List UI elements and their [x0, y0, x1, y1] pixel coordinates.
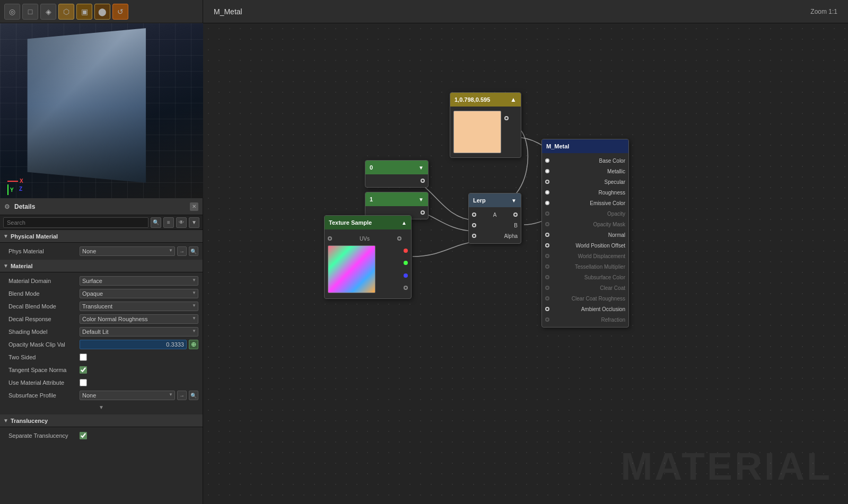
toolbar-btn-7[interactable]: ↺ [112, 4, 128, 20]
refraction-pin[interactable] [545, 317, 549, 322]
material-section-content: Material Domain Surface Deferred Decal L… [0, 272, 203, 414]
list-view-button[interactable]: ≡ [163, 217, 174, 228]
blend-mode-row: Blend Mode Opaque Masked Translucent Add… [0, 287, 203, 300]
search-button[interactable]: 🔍 [151, 217, 161, 228]
phys-material-value: None → 🔍 [80, 246, 198, 256]
opacity-mask-value: ⊕ [80, 340, 198, 349]
opacity-mask-row: Opacity Mask Clip Val ⊕ [0, 338, 203, 351]
world-position-pin[interactable] [545, 243, 549, 247]
opacity-pin[interactable] [545, 211, 549, 216]
toolbar-btn-5[interactable]: ▣ [76, 4, 92, 20]
world-position-row: World Position Offset [542, 240, 628, 251]
texture-uv-in-pin[interactable] [328, 236, 332, 241]
use-material-attr-checkbox[interactable] [80, 379, 87, 386]
ambient-occlusion-row: Ambient Occlusion [542, 304, 628, 314]
decal-response-row: Decal Response Color Normal Roughness No… [0, 313, 203, 325]
phys-material-arrow-btn[interactable]: → [177, 246, 187, 256]
material-domain-select[interactable]: Surface Deferred Decal Light Function Po… [80, 276, 198, 286]
lerp-b-pin[interactable] [472, 223, 476, 227]
shading-model-select[interactable]: Default Lit Unlit Subsurface Preintegrat… [80, 327, 198, 337]
two-sided-checkbox[interactable] [80, 353, 87, 361]
toolbar-btn-4[interactable]: ⬡ [58, 4, 74, 20]
subsurface-profile-select[interactable]: None [80, 391, 175, 400]
separate-translucency-value [80, 432, 198, 439]
texture-preview[interactable] [328, 245, 375, 293]
physical-material-section-header[interactable]: ▼ Physical Material [0, 230, 203, 243]
node-canvas[interactable]: 1,0.798,0.595 ▲ 0 ▼ [203, 23, 848, 504]
translucency-section-header[interactable]: ▼ Translucency [0, 414, 203, 427]
clear-coat-label: Clear Coat [600, 285, 625, 291]
search-input[interactable] [3, 217, 148, 228]
subsection-expand[interactable]: ▼ [0, 402, 203, 412]
translucency-section-arrow: ▼ [3, 418, 8, 423]
lerp-output-pin[interactable] [513, 213, 518, 217]
tangent-space-checkbox[interactable] [80, 366, 87, 374]
base-color-label: Base Color [599, 158, 625, 164]
phys-material-label: Phys Material [8, 248, 77, 254]
emissive-pin[interactable] [545, 201, 549, 205]
phys-material-select[interactable]: None [80, 246, 175, 256]
subsurface-color-pin[interactable] [545, 275, 549, 279]
node-editor-title: M_Metal [214, 7, 242, 16]
toolbar-btn-3[interactable]: ◈ [40, 4, 56, 20]
lerp-alpha-pin[interactable] [472, 234, 476, 238]
clear-coat-pin[interactable] [545, 286, 549, 290]
decal-blend-mode-select[interactable]: Translucent Stain Normal Emissive [80, 302, 198, 311]
emissive-row: Emissive Color [542, 198, 628, 208]
texture-rgb-pin[interactable] [404, 249, 408, 253]
color-constant-node[interactable]: 1,0.798,0.595 ▲ [450, 92, 521, 158]
texture-uv-out-pin[interactable] [397, 236, 401, 241]
value-0-output-pin[interactable] [421, 179, 425, 183]
lerp-a-pin[interactable] [472, 213, 476, 217]
decal-response-select[interactable]: Color Normal Roughness None Color Color … [80, 314, 198, 324]
value-1-output-pin[interactable] [421, 210, 425, 215]
separate-translucency-checkbox[interactable] [80, 432, 87, 439]
base-color-pin[interactable] [545, 158, 549, 163]
tangent-space-value [80, 366, 198, 374]
lerp-alpha-row: Alpha [469, 231, 521, 241]
texture-sample-body: UVs [325, 229, 411, 298]
material-domain-select-wrap: Surface Deferred Decal Light Function Po… [80, 276, 198, 286]
eye-button[interactable]: 👁 [176, 217, 187, 228]
phys-material-search-btn[interactable]: 🔍 [189, 246, 198, 256]
texture-sample-header: Texture Sample ▲ [325, 216, 411, 229]
color-swatch[interactable] [453, 111, 501, 153]
node-editor-header: M_Metal Zoom 1:1 [203, 0, 848, 23]
settings-button[interactable]: ▼ [189, 217, 199, 228]
subsurface-profile-select-wrap: None [80, 391, 175, 400]
material-watermark: MATERIAL [620, 445, 832, 488]
left-panel: ◎ □ ◈ ⬡ ▣ ⬤ ↺ X Y Z [0, 0, 203, 504]
specular-row: Specular [542, 176, 628, 187]
roughness-pin[interactable] [545, 190, 549, 194]
opacity-mask-expand[interactable]: ⊕ [189, 340, 198, 349]
subsurface-profile-search-btn[interactable]: 🔍 [189, 391, 198, 400]
toolbar-btn-6[interactable]: ⬤ [94, 4, 110, 20]
ambient-occlusion-pin[interactable] [545, 307, 549, 311]
opacity-mask-node-pin[interactable] [545, 222, 549, 226]
value-0-node[interactable]: 0 ▼ [365, 160, 429, 188]
material-section-header[interactable]: ▼ Material [0, 260, 203, 272]
texture-b-pin[interactable] [404, 286, 408, 290]
opacity-mask-input[interactable] [80, 340, 187, 349]
world-displacement-pin[interactable] [545, 254, 549, 258]
clear-coat-roughness-pin[interactable] [545, 296, 549, 300]
details-close-button[interactable]: ✕ [190, 202, 198, 211]
use-material-attr-row: Use Material Attribute [0, 376, 203, 389]
toolbar-btn-2[interactable]: □ [22, 4, 38, 20]
tessellation-pin[interactable] [545, 264, 549, 269]
texture-g-pin[interactable] [404, 273, 408, 278]
material-output-node[interactable]: M_Metal Base Color Metallic Specular Ro [541, 139, 629, 328]
lerp-node[interactable]: Lerp ▼ A B Alpha [468, 193, 521, 244]
specular-pin[interactable] [545, 180, 549, 184]
color-output-pin[interactable] [504, 116, 509, 120]
texture-sample-node[interactable]: Texture Sample ▲ UVs [324, 215, 412, 299]
blend-mode-select[interactable]: Opaque Masked Translucent Additive Modul… [80, 289, 198, 298]
use-material-attr-value [80, 379, 198, 386]
metallic-pin[interactable] [545, 169, 549, 173]
subsurface-profile-arrow-btn[interactable]: → [177, 391, 187, 400]
toolbar-btn-1[interactable]: ◎ [4, 4, 20, 20]
texture-r-pin[interactable] [404, 261, 408, 265]
specular-label: Specular [605, 179, 625, 185]
normal-pin[interactable] [545, 233, 549, 237]
opacity-mask-label: Opacity Mask Clip Val [8, 341, 77, 348]
